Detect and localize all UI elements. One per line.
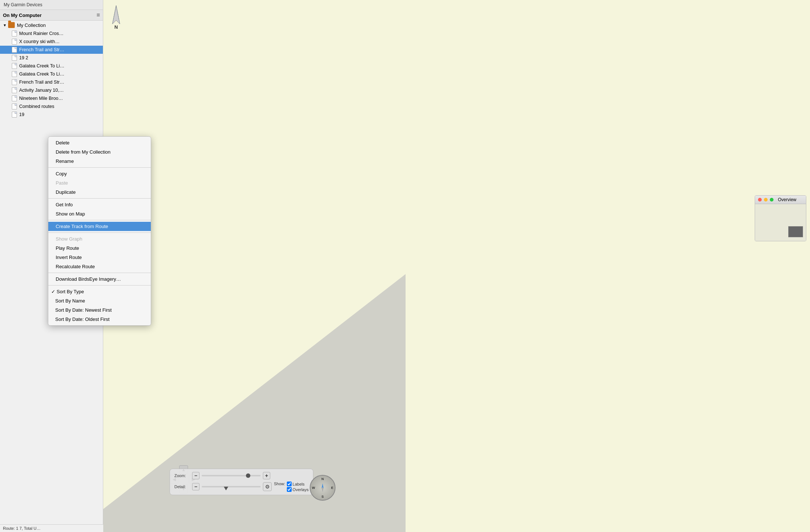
context-menu: Delete Delete from My Collection Rename …: [48, 136, 151, 326]
list-item[interactable]: 19 2: [0, 54, 103, 62]
zoom-label: Zoom:: [174, 473, 190, 478]
doc-icon: [12, 79, 17, 85]
labels-checkbox[interactable]: [287, 482, 292, 486]
list-item[interactable]: Nineteen Mile Broo…: [0, 94, 103, 102]
menu-divider: [48, 220, 151, 220]
detail-decrease-button[interactable]: −: [192, 483, 199, 490]
route-info-text: Route: 1 7, Total U…: [3, 526, 41, 531]
menu-item-sort-by-name[interactable]: Sort By Name: [48, 296, 151, 305]
doc-icon: [12, 31, 17, 36]
collection-folder-icon: [8, 22, 15, 28]
route-info-panel: Route: 1 7, Total U…: [0, 524, 103, 532]
zoom-slider-thumb[interactable]: [246, 473, 250, 478]
menu-item-download-birdseye[interactable]: Download BirdsEye Imagery…: [48, 274, 151, 284]
on-my-computer-header: On My Computer ≡: [0, 10, 103, 21]
overlays-checkbox-item[interactable]: Overlays: [287, 487, 309, 492]
list-item[interactable]: French Trail and Str…: [0, 78, 103, 86]
menu-item-duplicate[interactable]: Duplicate: [48, 188, 151, 197]
menu-item-show-on-map[interactable]: Show on Map: [48, 209, 151, 218]
collection-arrow: ▼: [3, 23, 7, 27]
my-collection-folder[interactable]: ▼ My Collection: [0, 21, 103, 29]
settings-gear-button[interactable]: ⚙: [263, 482, 272, 491]
overview-map[interactable]: [755, 204, 806, 241]
menu-item-create-track[interactable]: Create Track from Route: [48, 222, 151, 231]
menu-item-delete-from-collection[interactable]: Delete from My Collection: [48, 147, 151, 157]
overview-title-bar: Overview: [755, 196, 806, 204]
menu-item-invert-route[interactable]: Invert Route: [48, 253, 151, 262]
my-collection-label: My Collection: [17, 22, 46, 28]
compass-w-label: W: [312, 486, 315, 490]
compass-n-label: N: [321, 477, 324, 481]
zoom-in-button[interactable]: +: [263, 472, 270, 479]
doc-icon: [12, 112, 17, 118]
close-traffic-light[interactable]: [758, 198, 762, 202]
doc-icon: [12, 104, 17, 109]
minimize-traffic-light[interactable]: [764, 198, 768, 202]
svg-marker-4: [321, 487, 324, 492]
detail-control-row: Detail: − ⚙ Show: Labels Overlays: [174, 482, 309, 492]
menu-item-rename[interactable]: Rename: [48, 157, 151, 166]
zoom-control-row: Zoom: − +: [174, 472, 309, 479]
menu-item-copy[interactable]: Copy: [48, 169, 151, 178]
doc-icon: [12, 87, 17, 93]
menu-divider: [48, 198, 151, 199]
north-arrow: N: [107, 4, 125, 29]
menu-item-show-graph: Show Graph: [48, 234, 151, 244]
list-item[interactable]: 19: [0, 111, 103, 119]
doc-icon: [12, 95, 17, 101]
menu-item-sort-by-date-oldest[interactable]: Sort By Date: Oldest First: [48, 315, 151, 324]
overview-title: Overview: [778, 197, 796, 202]
compass-rose-inner: N S E W: [310, 475, 336, 501]
menu-item-recalculate-route[interactable]: Recalculate Route: [48, 262, 151, 271]
labels-text: Labels: [293, 482, 305, 486]
menu-divider: [48, 167, 151, 168]
detail-label: Detail:: [174, 484, 190, 489]
menu-item-paste: Paste: [48, 178, 151, 188]
compass-e-label: E: [331, 486, 333, 490]
maximize-traffic-light[interactable]: [770, 198, 774, 202]
garmin-devices-header: My Garmin Devices: [0, 0, 103, 10]
zoom-out-button[interactable]: −: [192, 472, 199, 479]
overlays-checkbox[interactable]: [287, 487, 292, 492]
sidebar-menu-icon[interactable]: ≡: [97, 12, 100, 18]
detail-slider-thumb[interactable]: [224, 487, 228, 490]
list-item-combined-routes[interactable]: Combined routes: [0, 102, 103, 111]
show-section: Show: Labels Overlays: [274, 482, 309, 492]
menu-item-delete[interactable]: Delete: [48, 138, 151, 147]
menu-divider: [48, 232, 151, 233]
compass-rose: N S E W: [310, 475, 336, 501]
detail-slider-track[interactable]: [202, 486, 261, 487]
list-item[interactable]: Mount Rainier Cros…: [0, 29, 103, 38]
overlays-text: Overlays: [293, 487, 309, 492]
doc-icon: [12, 39, 17, 45]
list-item[interactable]: X country ski with…: [0, 38, 103, 46]
map-controls-panel: Zoom: − + Detail: − ⚙ Show: Labels Overl…: [170, 469, 313, 495]
menu-item-get-info[interactable]: Get Info: [48, 200, 151, 209]
overview-viewport-thumbnail: [788, 226, 803, 237]
list-item[interactable]: Galatea Creek To Li…: [0, 70, 103, 78]
svg-marker-1: [112, 6, 120, 24]
menu-divider: [48, 285, 151, 286]
menu-item-play-route[interactable]: Play Route: [48, 244, 151, 253]
doc-icon: [12, 55, 17, 61]
zoom-slider-track[interactable]: [202, 475, 261, 476]
list-item[interactable]: Galatea Creek To Li…: [0, 62, 103, 70]
show-label: Show:: [274, 482, 285, 486]
svg-text:N: N: [114, 24, 118, 29]
overview-panel: Overview: [755, 195, 806, 241]
doc-icon: [12, 63, 17, 69]
list-item-selected[interactable]: French Trail and Str…: [0, 46, 103, 54]
menu-divider: [48, 273, 151, 273]
compass-s-label: S: [321, 495, 324, 498]
menu-item-sort-by-date-newest[interactable]: Sort By Date: Newest First: [48, 305, 151, 315]
doc-icon: [12, 71, 17, 77]
labels-checkbox-item[interactable]: Labels: [287, 482, 309, 486]
doc-icon: [12, 47, 17, 53]
menu-item-sort-by-type[interactable]: ✓ Sort By Type: [48, 287, 151, 296]
list-item[interactable]: Activity January 10,…: [0, 86, 103, 94]
